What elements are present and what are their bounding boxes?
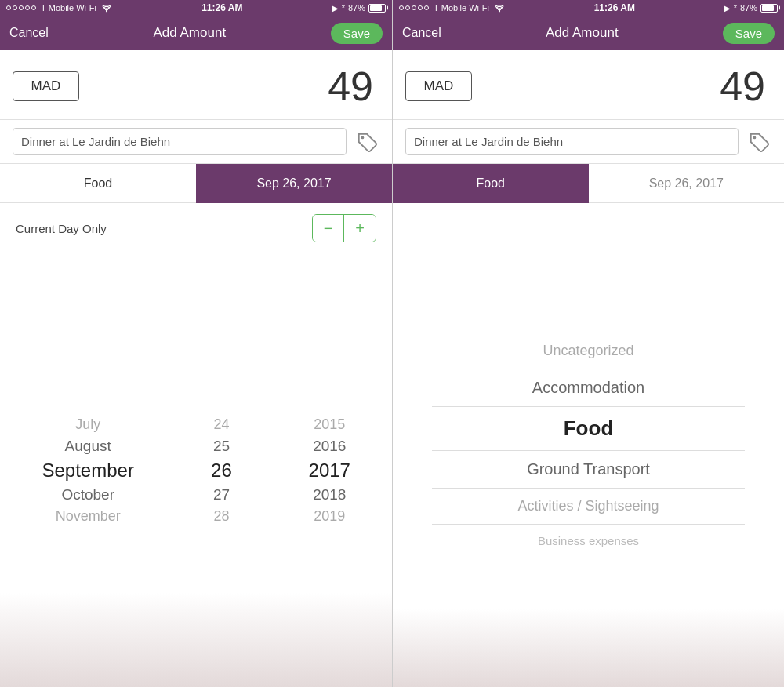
category-item-uncategorized[interactable]: Uncategorized <box>393 338 784 364</box>
status-bar-right: T-Mobile Wi-Fi 11:26 AM ▶ * 87% <box>393 0 784 16</box>
currency-selector-right[interactable]: MAD <box>405 71 472 101</box>
category-picker-panel-right[interactable]: Uncategorized Accommodation Food Ground … <box>393 203 784 687</box>
year-item-selected: 2017 <box>270 460 389 482</box>
battery-percent-right: 87% <box>740 3 757 13</box>
divider <box>432 406 745 407</box>
stepper-plus-left[interactable]: + <box>344 215 376 242</box>
category-item-accommodation[interactable]: Accommodation <box>393 374 784 402</box>
divider <box>432 369 745 369</box>
wifi-icon <box>101 4 112 13</box>
segment-section-right: Food Sep 26, 2017 <box>393 164 784 203</box>
stepper-minus-left[interactable]: − <box>313 215 344 242</box>
svg-point-0 <box>106 10 107 12</box>
date-picker-panel-left: Current Day Only − + July August Septemb… <box>0 203 392 687</box>
tag-icon-left[interactable] <box>354 129 379 154</box>
nav-bar-left: Cancel Add Amount Save <box>0 16 392 50</box>
battery-percent: 87% <box>348 3 365 13</box>
stepper-left: − + <box>312 214 376 242</box>
cancel-button-right[interactable]: Cancel <box>402 26 441 40</box>
amount-section-left: MAD 49 <box>0 50 392 120</box>
carrier-label: T-Mobile Wi-Fi <box>41 3 96 13</box>
currency-selector-left[interactable]: MAD <box>13 71 79 101</box>
amount-display-left: 49 <box>328 63 373 110</box>
nav-title-right: Add Amount <box>546 25 619 41</box>
month-item-selected: September <box>3 460 172 482</box>
content-right: MAD 49 Food Sep 26, 2017 Uncategorized A… <box>393 50 784 687</box>
svg-point-1 <box>361 136 365 139</box>
save-button-left[interactable]: Save <box>331 23 383 44</box>
battery-icon-right <box>760 4 778 13</box>
bluetooth-icon-right: * <box>734 3 737 13</box>
carrier-label-right: T-Mobile Wi-Fi <box>434 3 489 13</box>
month-item: August <box>3 438 172 455</box>
year-item: 2019 <box>270 508 389 525</box>
time-label: 11:26 AM <box>201 2 242 13</box>
category-item-food[interactable]: Food <box>393 412 784 445</box>
category-item-business[interactable]: Business expenses <box>393 529 784 552</box>
location-icon-right: ▶ <box>724 4 731 13</box>
content-left: MAD 49 Food Sep 26, 2017 Current Day Onl… <box>0 50 392 687</box>
divider <box>432 488 745 489</box>
battery-area-right: ▶ * 87% <box>724 3 778 13</box>
current-day-row: Current Day Only − + <box>0 203 392 253</box>
battery-area: ▶ * 87% <box>332 3 386 13</box>
segment-food-left[interactable]: Food <box>0 164 196 203</box>
cancel-button-left[interactable]: Cancel <box>9 26 49 40</box>
status-right-info: T-Mobile Wi-Fi <box>399 3 505 13</box>
location-icon: ▶ <box>332 4 339 13</box>
month-item: July <box>3 416 172 433</box>
divider <box>432 450 745 451</box>
segment-section-left: Food Sep 26, 2017 <box>0 164 392 203</box>
month-item: October <box>3 486 172 503</box>
description-section-left <box>0 120 392 164</box>
category-item-activities[interactable]: Activities / Sightseeing <box>393 493 784 519</box>
month-column-left[interactable]: July August September October November <box>0 253 176 687</box>
category-item-ground-transport[interactable]: Ground Transport <box>393 456 784 483</box>
date-scroll-picker-left[interactable]: July August September October November 2… <box>0 253 392 687</box>
description-input-right[interactable] <box>405 128 739 155</box>
save-button-right[interactable]: Save <box>723 23 775 44</box>
tag-icon-right[interactable] <box>746 129 771 154</box>
battery-fill-right <box>762 5 774 11</box>
year-column-left[interactable]: 2015 2016 2017 2018 2019 <box>267 253 392 687</box>
month-item: November <box>3 508 172 525</box>
segment-date-left[interactable]: Sep 26, 2017 <box>196 164 392 203</box>
year-item: 2018 <box>270 486 389 503</box>
signal-icon-right <box>399 5 429 10</box>
description-input-left[interactable] <box>13 128 347 155</box>
year-item: 2016 <box>270 438 389 455</box>
day-item: 24 <box>179 416 263 433</box>
wifi-icon-right <box>494 4 505 13</box>
day-item: 28 <box>179 508 263 525</box>
battery-fill <box>370 5 382 11</box>
day-column-left[interactable]: 24 25 26 27 28 <box>176 253 267 687</box>
signal-icon <box>6 5 36 10</box>
status-left-info: T-Mobile Wi-Fi <box>6 3 112 13</box>
svg-point-3 <box>753 136 757 139</box>
description-section-right <box>393 120 784 164</box>
left-panel: T-Mobile Wi-Fi 11:26 AM ▶ * 87% Cancel A… <box>0 0 392 687</box>
bluetooth-icon: * <box>342 3 345 13</box>
segment-date-right[interactable]: Sep 26, 2017 <box>589 164 785 203</box>
nav-bar-right: Cancel Add Amount Save <box>393 16 784 50</box>
svg-point-2 <box>499 10 500 12</box>
nav-title-left: Add Amount <box>153 25 226 41</box>
right-panel: T-Mobile Wi-Fi 11:26 AM ▶ * 87% Cancel A… <box>392 0 784 687</box>
day-item: 25 <box>179 438 263 455</box>
day-item-selected: 26 <box>179 460 263 482</box>
amount-display-right: 49 <box>720 63 765 110</box>
divider <box>432 524 745 525</box>
current-day-label: Current Day Only <box>16 222 107 235</box>
year-item: 2015 <box>270 416 389 433</box>
status-bar-left: T-Mobile Wi-Fi 11:26 AM ▶ * 87% <box>0 0 392 16</box>
segment-food-right[interactable]: Food <box>393 164 589 203</box>
time-label-right: 11:26 AM <box>594 2 635 13</box>
battery-icon <box>368 4 386 13</box>
amount-section-right: MAD 49 <box>393 50 784 120</box>
day-item: 27 <box>179 486 263 503</box>
